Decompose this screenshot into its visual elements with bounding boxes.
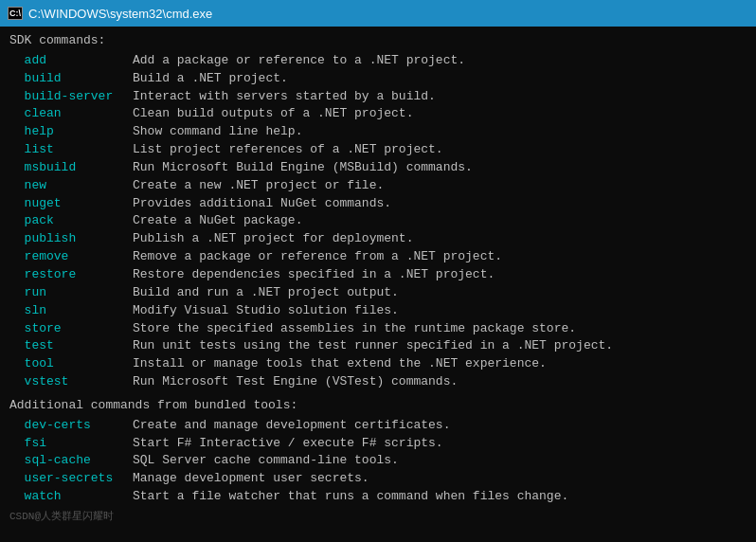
cmd-desc-sql-cache: SQL Server cache command-line tools. bbox=[133, 452, 399, 470]
cmd-line-0-17: toolInstall or manage tools that extend … bbox=[9, 355, 747, 373]
cmd-name-restore: restore bbox=[9, 266, 133, 284]
cmd-desc-restore: Restore dependencies specified in a .NET… bbox=[133, 266, 495, 284]
cmd-name-store: store bbox=[9, 320, 133, 338]
cmd-line-0-7: newCreate a new .NET project or file. bbox=[9, 177, 747, 195]
cmd-name-tool: tool bbox=[9, 355, 133, 373]
cmd-desc-watch: Start a file watcher that runs a command… bbox=[133, 488, 568, 506]
cmd-desc-msbuild: Run Microsoft Build Engine (MSBuild) com… bbox=[133, 159, 473, 177]
cmd-desc-dev-certs: Create and manage development certificat… bbox=[133, 417, 450, 435]
cmd-name-clean: clean bbox=[9, 105, 133, 123]
cmd-name-sln: sln bbox=[9, 302, 133, 320]
cmd-name-build-server: build-server bbox=[9, 88, 133, 106]
cmd-name-sql-cache: sql-cache bbox=[9, 452, 133, 470]
cmd-name-watch: watch bbox=[9, 488, 133, 506]
cmd-line-0-15: storeStore the specified assemblies in t… bbox=[9, 320, 747, 338]
cmd-line-0-14: slnModify Visual Studio solution files. bbox=[9, 302, 747, 320]
cmd-line-0-3: cleanClean build outputs of a .NET proje… bbox=[9, 105, 747, 123]
cmd-name-build: build bbox=[9, 70, 133, 88]
cmd-desc-test: Run unit tests using the test runner spe… bbox=[133, 337, 613, 355]
cmd-line-0-11: removeRemove a package or reference from… bbox=[9, 248, 747, 266]
cmd-desc-help: Show command line help. bbox=[133, 123, 302, 141]
cmd-name-run: run bbox=[9, 284, 133, 302]
cmd-desc-remove: Remove a package or reference from a .NE… bbox=[133, 248, 502, 266]
cmd-desc-fsi: Start F# Interactive / execute F# script… bbox=[133, 435, 443, 453]
cmd-desc-publish: Publish a .NET project for deployment. bbox=[133, 230, 413, 248]
cmd-desc-user-secrets: Manage development user secrets. bbox=[133, 470, 369, 488]
cmd-line-0-9: packCreate a NuGet package. bbox=[9, 212, 747, 230]
cmd-name-vstest: vstest bbox=[9, 373, 133, 391]
cmd-name-nuget: nuget bbox=[9, 195, 133, 213]
cmd-name-publish: publish bbox=[9, 230, 133, 248]
cmd-desc-nuget: Provides additional NuGet commands. bbox=[133, 195, 391, 213]
title-bar-text: C:\WINDOWS\system32\cmd.exe bbox=[28, 7, 212, 21]
watermark: CSDN@人类群星闪耀时 bbox=[9, 510, 747, 525]
cmd-line-0-1: buildBuild a .NET project. bbox=[9, 70, 747, 88]
cmd-name-msbuild: msbuild bbox=[9, 159, 133, 177]
cmd-name-new: new bbox=[9, 177, 133, 195]
cmd-desc-vstest: Run Microsoft Test Engine (VSTest) comma… bbox=[133, 373, 458, 391]
cmd-line-0-13: runBuild and run a .NET project output. bbox=[9, 284, 747, 302]
cmd-name-fsi: fsi bbox=[9, 435, 133, 453]
cmd-line-0-5: listList project references of a .NET pr… bbox=[9, 141, 747, 159]
cmd-name-pack: pack bbox=[9, 212, 133, 230]
cmd-line-1-0: dev-certsCreate and manage development c… bbox=[9, 417, 747, 435]
cmd-line-0-18: vstestRun Microsoft Test Engine (VSTest)… bbox=[9, 373, 747, 391]
cmd-desc-build: Build a .NET project. bbox=[133, 70, 288, 88]
cmd-name-remove: remove bbox=[9, 248, 133, 266]
cmd-desc-run: Build and run a .NET project output. bbox=[133, 284, 399, 302]
cmd-name-test: test bbox=[9, 337, 133, 355]
cmd-line-0-12: restoreRestore dependencies specified in… bbox=[9, 266, 747, 284]
cmd-desc-pack: Create a NuGet package. bbox=[133, 212, 302, 230]
cmd-desc-clean: Clean build outputs of a .NET project. bbox=[133, 105, 413, 123]
cmd-desc-tool: Install or manage tools that extend the … bbox=[133, 355, 547, 373]
console-body: SDK commands: addAdd a package or refere… bbox=[0, 27, 756, 542]
cmd-line-0-0: addAdd a package or reference to a .NET … bbox=[9, 52, 747, 70]
cmd-name-dev-certs: dev-certs bbox=[9, 417, 133, 435]
cmd-line-1-4: watchStart a file watcher that runs a co… bbox=[9, 488, 747, 506]
cmd-name-help: help bbox=[9, 123, 133, 141]
cmd-desc-build-server: Interact with servers started by a build… bbox=[133, 88, 436, 106]
cmd-line-1-3: user-secretsManage development user secr… bbox=[9, 470, 747, 488]
cmd-line-0-10: publishPublish a .NET project for deploy… bbox=[9, 230, 747, 248]
cmd-desc-add: Add a package or reference to a .NET pro… bbox=[133, 52, 465, 70]
cmd-name-add: add bbox=[9, 52, 133, 70]
cmd-desc-list: List project references of a .NET projec… bbox=[133, 141, 443, 159]
cmd-desc-new: Create a new .NET project or file. bbox=[133, 177, 384, 195]
cmd-line-1-1: fsiStart F# Interactive / execute F# scr… bbox=[9, 435, 747, 453]
cmd-line-0-4: helpShow command line help. bbox=[9, 123, 747, 141]
cmd-icon: C:\ bbox=[8, 7, 23, 20]
section-header-0: SDK commands: bbox=[9, 32, 747, 50]
cmd-desc-sln: Modify Visual Studio solution files. bbox=[133, 302, 399, 320]
cmd-line-1-2: sql-cacheSQL Server cache command-line t… bbox=[9, 452, 747, 470]
cmd-name-list: list bbox=[9, 141, 133, 159]
cmd-line-0-6: msbuildRun Microsoft Build Engine (MSBui… bbox=[9, 159, 747, 177]
section-header-1: Additional commands from bundled tools: bbox=[9, 397, 747, 415]
cmd-line-0-8: nugetProvides additional NuGet commands. bbox=[9, 195, 747, 213]
cmd-line-0-2: build-serverInteract with servers starte… bbox=[9, 88, 747, 106]
cmd-name-user-secrets: user-secrets bbox=[9, 470, 133, 488]
title-bar: C:\ C:\WINDOWS\system32\cmd.exe bbox=[0, 0, 756, 27]
cmd-desc-store: Store the specified assemblies in the ru… bbox=[133, 320, 576, 338]
cmd-line-0-16: testRun unit tests using the test runner… bbox=[9, 337, 747, 355]
